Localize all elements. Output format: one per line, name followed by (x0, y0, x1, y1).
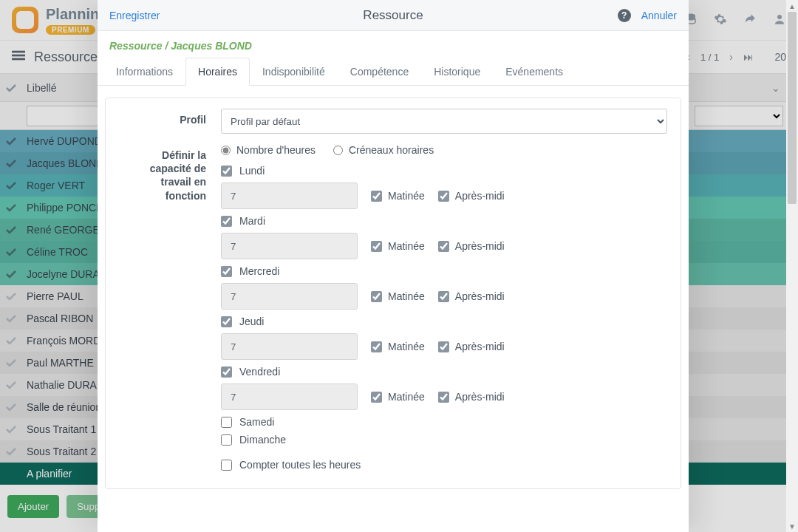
morning-tuesday[interactable]: Matinée (371, 240, 425, 252)
afternoon-monday[interactable]: Après-midi (438, 190, 505, 202)
morning-wednesday[interactable]: Matinée (371, 290, 425, 302)
scroll-down-icon[interactable]: ▼ (786, 520, 798, 532)
afternoon-friday[interactable]: Après-midi (438, 391, 505, 403)
day-friday[interactable]: Vendredi (221, 366, 667, 378)
tab-list: Informations Horaires Indisponibilité Co… (98, 58, 689, 86)
hours-thursday[interactable] (221, 333, 358, 360)
morning-thursday[interactable]: Matinée (371, 341, 425, 352)
day-sunday[interactable]: Dimanche (221, 434, 667, 446)
scroll-up-icon[interactable]: ▲ (786, 0, 798, 12)
scrollbar[interactable]: ▲ ▼ (786, 0, 798, 532)
day-tuesday[interactable]: Mardi (221, 215, 667, 227)
afternoon-wednesday[interactable]: Après-midi (438, 290, 505, 302)
modal-breadcrumb: Ressource / Jacques BLOND (98, 31, 689, 58)
morning-monday[interactable]: Matinée (371, 190, 425, 202)
radio-hours[interactable]: Nombre d'heures (221, 144, 316, 156)
afternoon-tuesday[interactable]: Après-midi (438, 240, 505, 252)
morning-friday[interactable]: Matinée (371, 391, 425, 403)
hours-tuesday[interactable] (221, 233, 358, 259)
hours-wednesday[interactable] (221, 283, 358, 310)
tab-competence[interactable]: Compétence (338, 58, 421, 86)
radio-slots[interactable]: Créneaux horaires (333, 144, 434, 156)
day-thursday[interactable]: Jeudi (221, 316, 667, 327)
hours-friday[interactable] (221, 383, 358, 410)
hours-monday[interactable] (221, 183, 358, 209)
tab-evenements[interactable]: Evénements (493, 58, 576, 86)
tab-horaires[interactable]: Horaires (185, 58, 250, 86)
cancel-link[interactable]: Annuler (641, 10, 677, 21)
resource-modal: Enregistrer Ressource ? Annuler Ressourc… (98, 0, 689, 532)
day-wednesday[interactable]: Mercredi (221, 265, 667, 277)
profil-select[interactable]: Profil par défaut (221, 109, 667, 134)
tab-indisponibilite[interactable]: Indisponibilité (250, 58, 338, 86)
scroll-thumb[interactable] (788, 12, 797, 204)
capacity-label: Définir la capacité de travail en foncti… (119, 144, 206, 471)
save-link[interactable]: Enregistrer (109, 10, 160, 21)
profil-label: Profil (119, 109, 206, 134)
tab-informations[interactable]: Informations (103, 58, 185, 86)
modal-header: Enregistrer Ressource ? Annuler (98, 0, 689, 31)
day-monday[interactable]: Lundi (221, 165, 667, 177)
tab-panel-horaires: Profil Profil par défaut Définir la capa… (98, 86, 689, 532)
count-all-hours[interactable]: Compter toutes les heures (221, 459, 667, 471)
day-saturday[interactable]: Samedi (221, 416, 667, 428)
afternoon-thursday[interactable]: Après-midi (438, 341, 505, 352)
modal-title: Ressource (363, 8, 423, 23)
help-icon[interactable]: ? (618, 9, 631, 22)
tab-historique[interactable]: Historique (421, 58, 493, 86)
